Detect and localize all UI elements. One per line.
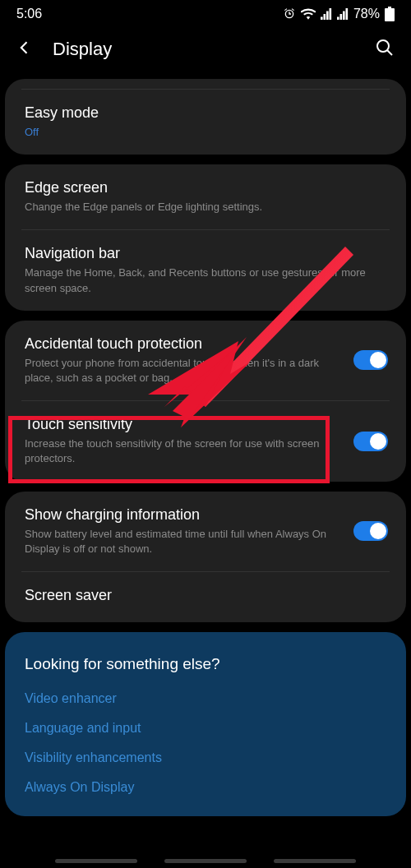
home-button[interactable] xyxy=(164,859,247,863)
setting-subtitle: Off xyxy=(25,125,386,140)
help-link-language-input[interactable]: Language and input xyxy=(25,721,386,736)
setting-easy-mode[interactable]: Easy mode Off xyxy=(5,90,406,155)
help-link-visibility[interactable]: Visibility enhancements xyxy=(25,750,386,765)
setting-screen-saver[interactable]: Screen saver xyxy=(5,572,406,622)
search-button[interactable] xyxy=(375,38,395,61)
setting-group: Accidental touch protection Protect your… xyxy=(5,321,406,482)
svg-point-1 xyxy=(377,40,389,52)
battery-percent: 78% xyxy=(353,7,380,21)
wifi-icon xyxy=(301,8,316,20)
toggle-switch[interactable] xyxy=(353,350,388,370)
toggle-switch[interactable] xyxy=(353,521,388,541)
setting-edge-screen[interactable]: Edge screen Change the Edge panels or Ed… xyxy=(5,164,406,229)
setting-subtitle: Increase the touch sensitivity of the sc… xyxy=(25,436,332,466)
setting-title: Accidental touch protection xyxy=(25,335,332,353)
setting-navigation-bar[interactable]: Navigation bar Manage the Home, Back, an… xyxy=(5,230,406,310)
svg-rect-0 xyxy=(386,12,394,21)
setting-group: Show charging information Show battery l… xyxy=(5,492,406,622)
help-link-video-enhancer[interactable]: Video enhancer xyxy=(25,691,386,706)
app-header: Display xyxy=(0,25,411,74)
setting-subtitle: Show battery level and estimated time un… xyxy=(25,527,332,556)
toggle-switch[interactable] xyxy=(353,432,388,451)
signal-icon-2 xyxy=(337,8,349,20)
setting-title: Touch sensitivity xyxy=(25,416,332,433)
status-icons: 78% xyxy=(283,7,395,21)
alarm-icon xyxy=(283,7,296,21)
setting-accidental-touch[interactable]: Accidental touch protection Protect your… xyxy=(5,321,406,400)
setting-title: Navigation bar xyxy=(25,245,386,262)
search-icon xyxy=(375,38,395,58)
setting-title: Show charging information xyxy=(25,506,332,524)
setting-title: Easy mode xyxy=(25,104,386,122)
setting-subtitle: Manage the Home, Back, and Recents butto… xyxy=(25,265,386,295)
battery-icon xyxy=(385,7,395,21)
setting-show-charging[interactable]: Show charging information Show battery l… xyxy=(5,492,406,571)
navigation-bar xyxy=(0,859,411,863)
setting-touch-sensitivity[interactable]: Touch sensitivity Increase the touch sen… xyxy=(5,401,406,481)
setting-subtitle: Protect your phone from accidental touch… xyxy=(25,356,332,386)
help-link-always-on-display[interactable]: Always On Display xyxy=(25,780,386,795)
setting-title: Edge screen xyxy=(25,179,386,196)
recents-button[interactable] xyxy=(55,859,137,863)
setting-group: Edge screen Change the Edge panels or Ed… xyxy=(5,164,406,311)
status-time: 5:06 xyxy=(16,7,42,21)
page-title: Display xyxy=(53,39,375,60)
help-title: Looking for something else? xyxy=(25,655,386,673)
settings-content: Easy mode Off Edge screen Change the Edg… xyxy=(0,74,411,816)
signal-icon-1 xyxy=(321,8,332,20)
back-button[interactable] xyxy=(16,39,33,59)
back-nav-button[interactable] xyxy=(274,859,356,863)
help-card: Looking for something else? Video enhanc… xyxy=(5,632,406,816)
status-bar: 5:06 78% xyxy=(0,0,411,25)
setting-title: Screen saver xyxy=(25,587,386,604)
setting-group: Easy mode Off xyxy=(5,79,406,155)
back-icon xyxy=(16,39,33,56)
setting-subtitle: Change the Edge panels or Edge lighting … xyxy=(25,200,386,215)
